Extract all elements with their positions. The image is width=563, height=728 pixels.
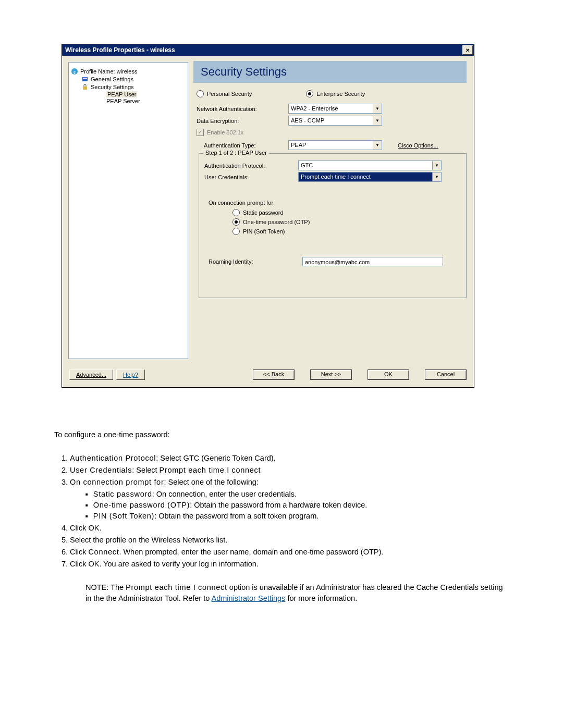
radio-otp[interactable]: One-time password (OTP) <box>232 218 461 226</box>
radio-icon <box>232 218 240 226</box>
tree-item-general[interactable]: General Settings <box>71 76 186 83</box>
checkbox-icon: ✓ <box>197 129 204 136</box>
settings-icon <box>81 76 89 83</box>
roaming-identity-input[interactable] <box>302 257 443 266</box>
tree-item-security[interactable]: Security Settings <box>71 83 186 91</box>
navigation-tree: Profile Name: wireless General Settings … <box>68 62 188 359</box>
tree-item-peap-server[interactable]: PEAP Server <box>71 98 186 105</box>
advanced-button[interactable]: Advanced... <box>69 369 113 380</box>
peap-user-fieldset: Step 1 of 2 : PEAP User Authentication P… <box>199 153 467 298</box>
chevron-down-icon: ▼ <box>373 116 382 125</box>
list-item: Static password: On connection, enter th… <box>85 489 509 500</box>
radio-pin-soft-token[interactable]: PIN (Soft Token) <box>232 228 461 235</box>
radio-icon <box>232 209 240 216</box>
document-text: To configure a one-time password: Authen… <box>31 429 532 604</box>
chevron-down-icon: ▼ <box>432 172 441 181</box>
svg-point-1 <box>74 73 75 75</box>
tree-item-peap-user[interactable]: PEAP User <box>71 91 186 98</box>
svg-rect-3 <box>83 78 87 79</box>
radio-icon <box>197 90 204 97</box>
wifi-icon <box>71 68 78 75</box>
auth-type-label: Authentication Type: <box>201 142 288 149</box>
page-title: Security Settings <box>193 61 467 83</box>
user-credentials-dropdown[interactable]: Prompt each time I connect ▼ <box>298 172 442 182</box>
radio-static-password[interactable]: Static password <box>232 209 461 216</box>
lock-icon <box>81 83 89 91</box>
button-bar: Advanced... Help? << Back Next >> OK Can… <box>62 365 474 387</box>
ok-button[interactable]: OK <box>368 369 409 380</box>
list-item: User Credentials: Select Prompt each tim… <box>70 465 509 476</box>
dropdown-value: GTC <box>299 161 432 170</box>
list-item: PIN (Soft Token): Obtain the password fr… <box>85 511 509 522</box>
dropdown-value: Prompt each time I connect <box>299 172 432 181</box>
data-encryption-label: Data Encryption: <box>193 118 288 124</box>
enable-8021x-checkbox: ✓ Enable 802.1x <box>197 129 467 136</box>
note-text: NOTE: The Prompt each time I connect opt… <box>85 582 509 604</box>
dropdown-value: PEAP <box>289 141 373 150</box>
content-pane: Security Settings Personal Security Ente… <box>190 56 474 365</box>
list-item: Click OK. You are asked to verify your l… <box>70 559 509 570</box>
intro-text: To configure a one-time password: <box>54 429 509 440</box>
tree-item-profile[interactable]: Profile Name: wireless <box>71 68 186 76</box>
radio-icon <box>232 228 240 235</box>
checkbox-label: Enable 802.1x <box>207 129 243 135</box>
help-button[interactable]: Help? <box>116 369 145 380</box>
tree-label: Security Settings <box>91 84 134 90</box>
close-button[interactable]: ✕ <box>462 45 473 55</box>
list-item: Select the profile on the Wireless Netwo… <box>70 535 509 546</box>
auth-protocol-label: Authentication Protocol: <box>204 163 298 169</box>
dropdown-value: WPA2 - Enterprise <box>289 104 373 113</box>
next-button[interactable]: Next >> <box>310 369 352 380</box>
roaming-identity-label: Roaming Identity: <box>209 258 302 265</box>
radio-personal-security[interactable]: Personal Security <box>197 90 252 97</box>
fieldset-legend: Step 1 of 2 : PEAP User <box>203 150 269 156</box>
network-auth-dropdown[interactable]: WPA2 - Enterprise ▼ <box>288 104 382 114</box>
list-item: Authentication Protocol: Select GTC (Gen… <box>70 453 509 464</box>
list-item: Click Connect. When prompted, enter the … <box>70 547 509 558</box>
radio-label: PIN (Soft Token) <box>243 228 285 235</box>
radio-enterprise-security[interactable]: Enterprise Security <box>306 90 365 97</box>
user-credentials-label: User Credentials: <box>204 174 298 180</box>
chevron-down-icon: ▼ <box>432 161 441 170</box>
svg-rect-4 <box>83 87 87 90</box>
list-item: Click OK. <box>70 523 509 534</box>
window-title: Wireless Profile Properties - wireless <box>65 46 175 54</box>
chevron-down-icon: ▼ <box>373 104 382 113</box>
network-auth-label: Network Authentication: <box>193 106 288 112</box>
tree-label: General Settings <box>91 76 133 82</box>
radio-icon <box>306 90 313 97</box>
dropdown-value: AES - CCMP <box>289 116 373 125</box>
dialog-window: Wireless Profile Properties - wireless ✕… <box>62 44 474 388</box>
titlebar: Wireless Profile Properties - wireless ✕ <box>62 44 474 56</box>
radio-label: Enterprise Security <box>316 91 365 97</box>
back-button[interactable]: << Back <box>253 369 295 380</box>
list-item: One-time password (OTP): Obtain the pass… <box>85 500 509 511</box>
tree-label: Profile Name: wireless <box>80 68 137 75</box>
radio-label: Personal Security <box>207 91 252 97</box>
close-icon: ✕ <box>466 47 470 53</box>
cancel-button[interactable]: Cancel <box>425 369 467 380</box>
tree-label: PEAP Server <box>106 98 140 104</box>
list-item: On connection prompt for: Select one of … <box>70 477 509 522</box>
chevron-down-icon: ▼ <box>373 141 382 150</box>
auth-protocol-dropdown[interactable]: GTC ▼ <box>298 161 442 170</box>
tree-label: PEAP User <box>106 91 137 97</box>
admin-settings-link[interactable]: Administrator Settings <box>212 594 286 602</box>
prompt-for-label: On connection prompt for: <box>209 200 461 206</box>
radio-label: One-time password (OTP) <box>243 219 310 225</box>
radio-label: Static password <box>243 209 284 216</box>
auth-type-dropdown[interactable]: PEAP ▼ <box>288 140 382 150</box>
cisco-options-link[interactable]: Cisco Options... <box>398 142 438 149</box>
data-encryption-dropdown[interactable]: AES - CCMP ▼ <box>288 116 382 126</box>
